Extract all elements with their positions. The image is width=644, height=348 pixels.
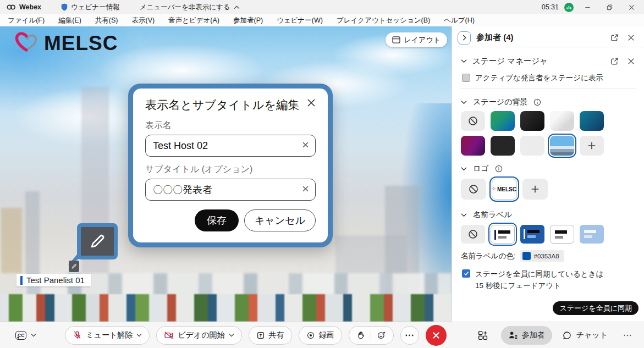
meeting-time: 05:31: [542, 3, 559, 11]
sync-fade-checkbox[interactable]: [462, 269, 470, 278]
chevron-down-icon[interactable]: [461, 167, 467, 171]
menu-breakout[interactable]: ブレイクアウトセッション(B): [337, 16, 430, 25]
name-label-swatch-none[interactable]: [461, 225, 485, 244]
sync-stage-button[interactable]: ステージを全員に同期: [553, 301, 639, 315]
name-label-swatch-2[interactable]: [520, 225, 544, 244]
menu-share[interactable]: 共有(S): [95, 16, 118, 25]
cc-icon: CC: [15, 331, 26, 340]
menu-edit[interactable]: 編集(E): [58, 16, 81, 25]
hide-menubar-button[interactable]: メニューバーを非表示にする: [140, 3, 240, 12]
subtitle-input[interactable]: [145, 179, 316, 201]
save-button[interactable]: 保存: [195, 209, 239, 231]
menu-audio-video[interactable]: 音声とビデオ(A): [168, 16, 219, 25]
webex-logo: Webex: [7, 3, 41, 11]
name-label-swatch-3[interactable]: [550, 225, 574, 244]
collapse-panel-button[interactable]: [458, 31, 471, 45]
meeting-toolbar: CC ミュート解除 ビデオの開始 共有 録画: [0, 322, 644, 348]
menu-participants[interactable]: 参加者(P): [233, 16, 263, 25]
close-stage-manager-button[interactable]: [625, 56, 636, 67]
name-label-accent-bar: [20, 276, 23, 285]
chevron-down-icon[interactable]: [461, 213, 467, 217]
apps-button[interactable]: [476, 328, 490, 343]
stage-brand-logo: MELSC: [13, 32, 118, 55]
reactions-button[interactable]: [349, 326, 394, 345]
active-speaker-checkbox-row: アクティブな発言者をステージに表示: [452, 73, 644, 83]
bg-swatch-light-gray[interactable]: [520, 136, 544, 156]
webinar-info-button[interactable]: ウェビナー情報: [61, 3, 120, 12]
unmute-button[interactable]: ミュート解除: [65, 326, 150, 345]
participants-panel-title: 参加者 (4): [476, 32, 514, 43]
bg-swatch-add-button[interactable]: [580, 136, 604, 156]
titlebar: Webex ウェビナー情報 メニューバーを非表示にする 05:31: [0, 0, 644, 14]
share-button[interactable]: 共有: [249, 326, 292, 345]
chevron-down-icon[interactable]: [461, 59, 467, 63]
bg-swatch-charcoal[interactable]: [491, 136, 515, 156]
cancel-button[interactable]: キャンセル: [244, 209, 316, 231]
edit-name-pencil-button[interactable]: [69, 261, 79, 272]
name-label-swatch-1-selected[interactable]: [491, 225, 515, 244]
info-icon[interactable]: [533, 98, 541, 106]
clear-display-name-button[interactable]: [302, 141, 309, 148]
bg-swatch-city-selected[interactable]: [550, 136, 574, 156]
connection-quality-icon[interactable]: [564, 3, 574, 12]
stage-brand-text: MELSC: [44, 32, 118, 55]
dialog-close-button[interactable]: [307, 98, 316, 107]
name-label-color-picker[interactable]: #0353A8: [520, 250, 564, 262]
bg-swatch-teal-navy[interactable]: [580, 111, 604, 131]
more-panels-button[interactable]: [622, 330, 633, 341]
menu-file[interactable]: ファイル(F): [8, 16, 45, 25]
info-icon[interactable]: [495, 165, 503, 173]
bg-swatch-green-blue[interactable]: [491, 111, 515, 131]
bg-swatch-light-wave[interactable]: [550, 111, 574, 131]
active-speaker-checkbox[interactable]: [462, 74, 470, 82]
sync-fade-checkbox-row: ステージを全員に同期しているときは 15 秒後にフェードアウト: [452, 269, 644, 292]
bg-swatch-magenta-purple[interactable]: [461, 136, 485, 156]
logo-swatch-add-button[interactable]: [522, 179, 548, 200]
ellipsis-icon: [624, 334, 631, 336]
more-options-button[interactable]: [400, 326, 419, 345]
layout-grid-icon: [392, 36, 400, 43]
pencil-icon: [89, 233, 106, 250]
webex-window: Webex ウェビナー情報 メニューバーを非表示にする 05:31 ファイル(F…: [0, 0, 644, 348]
ellipsis-icon: [405, 334, 414, 336]
chevron-down-icon: [31, 333, 36, 337]
record-icon: [306, 331, 315, 340]
webex-rings-icon: [7, 4, 16, 10]
no-label-icon: [467, 229, 478, 240]
subtitle-label: サブタイトル (オプション): [145, 164, 316, 175]
menu-help[interactable]: ヘルプ(H): [444, 16, 475, 25]
participants-icon: [508, 330, 518, 340]
restore-button[interactable]: [601, 1, 618, 14]
start-video-button[interactable]: ビデオの開始: [156, 326, 241, 345]
raise-hand-icon: [356, 330, 365, 340]
close-icon: [432, 332, 440, 339]
name-label-swatch-4[interactable]: [580, 225, 604, 244]
record-button[interactable]: 録画: [299, 326, 342, 345]
menu-webinar[interactable]: ウェビナー(W): [277, 16, 323, 25]
logo-swatch-none[interactable]: [461, 179, 486, 200]
chat-button[interactable]: チャット: [562, 330, 608, 340]
plus-icon: [587, 141, 596, 150]
chevron-up-icon: [234, 5, 240, 9]
clear-subtitle-button[interactable]: [302, 185, 309, 192]
chevron-down-icon[interactable]: [461, 100, 467, 104]
participants-toggle-button[interactable]: 参加者: [501, 326, 552, 345]
city-skyline: [0, 294, 452, 322]
bg-swatch-none[interactable]: [461, 111, 485, 131]
logo-swatch-melsc-selected[interactable]: MELSC: [492, 179, 517, 200]
menu-view[interactable]: 表示(V): [131, 16, 155, 25]
bg-swatch-black[interactable]: [520, 111, 544, 131]
panelist-name-label: Test Panelist 01: [16, 274, 91, 286]
leave-meeting-button[interactable]: [426, 325, 447, 346]
popout-panel-button[interactable]: [609, 32, 620, 43]
close-panel-button[interactable]: [625, 32, 636, 43]
close-icon: [628, 34, 635, 41]
minimize-button[interactable]: [579, 1, 596, 14]
popout-stage-manager-button[interactable]: [609, 56, 620, 67]
name-label-color-row: 名前ラベルの色: #0353A8: [452, 250, 644, 262]
close-window-button[interactable]: [623, 1, 640, 14]
display-name-input[interactable]: [145, 135, 316, 157]
closed-captions-button[interactable]: CC: [15, 331, 36, 340]
close-icon: [628, 58, 635, 65]
layout-button[interactable]: レイアウト: [386, 32, 447, 47]
